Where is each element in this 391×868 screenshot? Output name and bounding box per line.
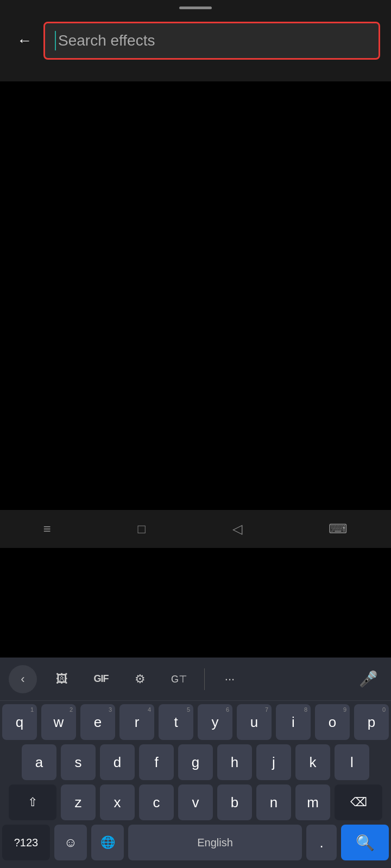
- nav-menu-button[interactable]: ≡: [43, 521, 51, 537]
- key-v[interactable]: v: [178, 784, 213, 820]
- more-button[interactable]: ···: [216, 665, 244, 693]
- key-p[interactable]: p0: [354, 704, 389, 740]
- text-cursor: [55, 31, 56, 50]
- nav-bar: ≡ □ ◁ ⌨: [0, 510, 391, 548]
- key-r[interactable]: r4: [119, 704, 154, 740]
- key-m[interactable]: m: [295, 784, 330, 820]
- key-b[interactable]: b: [217, 784, 252, 820]
- space-key[interactable]: English: [128, 825, 302, 860]
- gif-label: GIF: [94, 673, 109, 685]
- translate-icon: G⊤: [171, 673, 187, 685]
- header: ← Search effects: [0, 0, 391, 81]
- toolbar-left: ‹ 🖼 GIF ⚙ G⊤ ···: [9, 665, 244, 693]
- toolbar-divider: [204, 668, 205, 690]
- key-row-3: ⇧ z x c v b n m ⌫: [2, 784, 389, 820]
- mic-button[interactable]: 🎤: [354, 665, 382, 693]
- keyboard-area: ‹ 🖼 GIF ⚙ G⊤ ··· 🎤: [0, 658, 391, 868]
- sym-key[interactable]: ?123: [2, 825, 50, 860]
- search-key[interactable]: 🔍: [341, 825, 389, 860]
- back-button[interactable]: ←: [11, 27, 38, 54]
- sticker-button[interactable]: 🖼: [48, 665, 76, 693]
- menu-icon: ≡: [43, 521, 51, 537]
- key-j[interactable]: j: [256, 744, 291, 780]
- nav-back-icon: ◁: [232, 521, 242, 537]
- key-f[interactable]: f: [139, 744, 174, 780]
- key-k[interactable]: k: [295, 744, 330, 780]
- globe-key[interactable]: 🌐: [91, 825, 124, 860]
- key-l[interactable]: l: [335, 744, 369, 780]
- key-row-1: q1 w2 e3 r4 t5 y6 u7 i8 o9 p0: [2, 704, 389, 740]
- key-o[interactable]: o9: [315, 704, 350, 740]
- shift-key[interactable]: ⇧: [9, 784, 56, 820]
- key-e[interactable]: e3: [80, 704, 115, 740]
- chevron-left-icon: ‹: [21, 672, 24, 686]
- key-u[interactable]: u7: [237, 704, 272, 740]
- delete-key[interactable]: ⌫: [335, 784, 382, 820]
- nav-home-button[interactable]: □: [137, 521, 146, 537]
- translate-button[interactable]: G⊤: [165, 665, 193, 693]
- nav-keyboard-button[interactable]: ⌨: [329, 521, 348, 537]
- gear-icon: ⚙: [135, 672, 146, 686]
- collapse-toolbar-button[interactable]: ‹: [9, 665, 37, 693]
- nav-back-button[interactable]: ◁: [232, 521, 242, 537]
- key-h[interactable]: h: [217, 744, 252, 780]
- home-icon: □: [137, 521, 146, 537]
- more-icon: ···: [225, 672, 235, 686]
- key-a[interactable]: a: [22, 744, 56, 780]
- toolbar-right: 🎤: [354, 665, 382, 693]
- key-y[interactable]: y6: [198, 704, 232, 740]
- keyboard-icon: ⌨: [329, 521, 348, 537]
- key-row-4: ?123 ☺ 🌐 English . 🔍: [2, 825, 389, 860]
- key-t[interactable]: t5: [159, 704, 193, 740]
- key-i[interactable]: i8: [276, 704, 311, 740]
- key-c[interactable]: c: [139, 784, 174, 820]
- sticker-icon: 🖼: [56, 672, 68, 686]
- drag-handle: [179, 7, 212, 9]
- keys-container: q1 w2 e3 r4 t5 y6 u7 i8 o9 p0 a s d f g …: [0, 701, 391, 868]
- key-z[interactable]: z: [61, 784, 96, 820]
- key-g[interactable]: g: [178, 744, 213, 780]
- key-s[interactable]: s: [61, 744, 96, 780]
- search-box[interactable]: Search effects: [43, 22, 380, 60]
- content-area: [0, 81, 391, 510]
- key-d[interactable]: d: [100, 744, 135, 780]
- key-w[interactable]: w2: [41, 704, 76, 740]
- gif-button[interactable]: GIF: [87, 665, 115, 693]
- settings-button[interactable]: ⚙: [126, 665, 154, 693]
- back-arrow-icon: ←: [17, 32, 32, 49]
- period-key[interactable]: .: [306, 825, 337, 860]
- keyboard-toolbar: ‹ 🖼 GIF ⚙ G⊤ ··· 🎤: [0, 658, 391, 701]
- mic-icon: 🎤: [359, 670, 378, 688]
- emoji-key[interactable]: ☺: [54, 825, 87, 860]
- key-x[interactable]: x: [100, 784, 135, 820]
- key-n[interactable]: n: [256, 784, 291, 820]
- key-row-2: a s d f g h j k l: [2, 744, 389, 780]
- search-placeholder-text: Search effects: [58, 32, 155, 49]
- key-q[interactable]: q1: [2, 704, 37, 740]
